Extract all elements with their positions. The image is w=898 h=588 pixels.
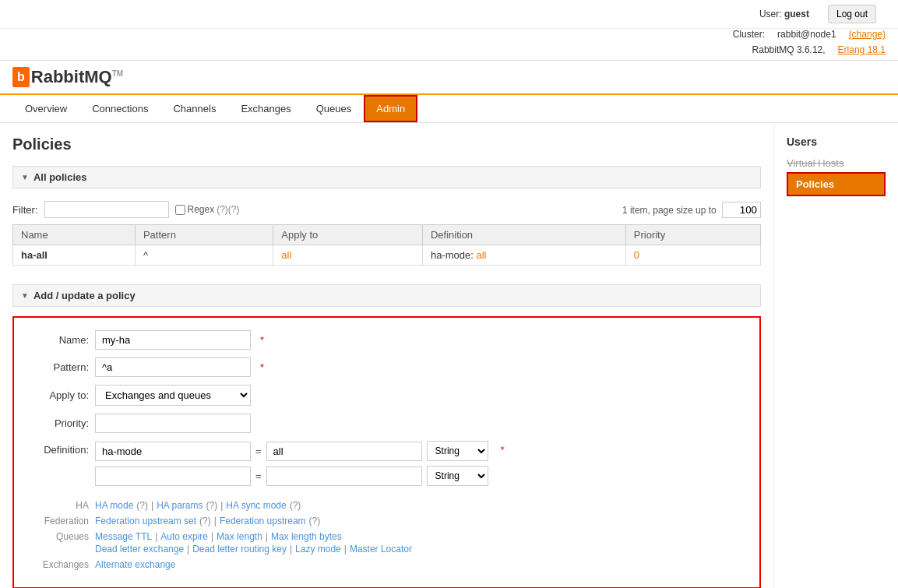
def-type-1[interactable]: String Number Boolean List [427,441,488,461]
definition-row: Definition: = String Number Boolean List [26,441,747,491]
filter-count: 1 item, page size up to [622,202,761,218]
logo: b RabbitMQTM [12,67,123,87]
all-policies-body: Filter: Regex (?)(?) 1 item, page size u… [12,188,761,272]
def-eq-2: = [255,470,262,482]
top-header-bar: User: guest Log out [0,0,898,29]
cluster-name: rabbit@node1 [777,29,836,40]
sidebar-title: Users [787,136,886,148]
ha-mode-hint: (?) [136,500,148,511]
max-length-bytes-link[interactable]: Max length bytes [271,531,342,542]
table-row: ha-all ^ all ha-mode: all 0 [13,245,761,266]
pattern-label: Pattern: [26,361,89,373]
sidebar-item-virtual-hosts[interactable]: Virtual Hosts [787,154,886,172]
add-policy-form: Name: * Pattern: * Apply to: Exchanges a… [12,316,761,588]
help-ha-row: HA HA mode (?) | HA params (?) | HA sync… [26,500,747,511]
row-pattern: ^ [135,245,273,266]
nav-exchanges[interactable]: Exchanges [228,95,303,122]
apply-to-row: Apply to: Exchanges and queues Exchanges… [26,385,747,406]
name-input[interactable] [95,330,251,350]
logo-text: RabbitMQTM [31,67,123,87]
help-ha-label: HA [26,500,89,511]
logo-tm: TM [112,69,123,78]
regex-hint: (?)(?) [217,204,239,215]
regex-checkbox[interactable] [175,205,185,215]
ha-mode-link[interactable]: HA mode [95,500,133,511]
nav-connections[interactable]: Connections [79,95,160,122]
help-federation-links: Federation upstream set (?) | Federation… [95,516,320,526]
priority-input[interactable] [95,414,251,433]
def-key-1[interactable] [95,442,251,461]
alternate-exchange-link[interactable]: Alternate exchange [95,559,175,570]
col-definition: Definition [422,225,625,245]
all-policies-title: All policies [33,171,87,183]
pattern-input[interactable] [95,357,251,377]
def-val-1[interactable] [266,442,422,461]
apply-to-link[interactable]: all [281,249,291,261]
content-area: Policies ▼ All policies Filter: Regex (?… [0,123,773,588]
cluster-change-link[interactable]: (change) [849,29,886,40]
nav-overview[interactable]: Overview [12,95,79,122]
def-val-link[interactable]: all [476,249,486,261]
priority-link[interactable]: 0 [634,249,639,261]
auto-expire-link[interactable]: Auto expire [160,531,208,542]
ha-params-link[interactable]: HA params [157,500,202,511]
master-locator-link[interactable]: Master Locator [350,544,412,555]
max-length-link[interactable]: Max length [217,531,262,542]
add-policy-header[interactable]: ▼ Add / update a policy [12,284,761,307]
help-queues-links: Message TTL | Auto expire | Max length |… [95,531,412,555]
add-policy-section: ▼ Add / update a policy Name: * Pattern:… [12,284,761,588]
filter-row: Filter: Regex (?)(?) 1 item, page size u… [12,195,761,224]
nav-admin[interactable]: Admin [364,95,417,122]
apply-to-select[interactable]: Exchanges and queues Exchanges Queues [95,385,251,406]
filter-input[interactable] [44,201,169,218]
help-queues-label: Queues [26,531,89,542]
def-row-2: = String Number Boolean List [95,466,488,486]
definition-required: * [501,441,505,456]
name-required: * [260,334,264,346]
ha-sync-mode-link[interactable]: HA sync mode [226,500,286,511]
nav-channels[interactable]: Channels [160,95,228,122]
col-pattern: Pattern [135,225,273,245]
pattern-row: Pattern: * [26,357,747,377]
logout-button[interactable]: Log out [828,5,876,23]
def-eq-1: = [255,445,262,457]
pattern-required: * [260,361,264,373]
priority-row: Priority: [26,414,747,433]
section-arrow-add: ▼ [21,291,29,300]
msg-ttl-link[interactable]: Message TTL [95,531,152,542]
all-policies-header[interactable]: ▼ All policies [12,166,761,188]
def-key-2[interactable] [95,467,251,486]
user-info: User: guest [759,9,809,19]
row-priority: 0 [625,245,760,266]
page-size-input[interactable] [722,202,761,218]
section-arrow-down: ▼ [21,173,29,181]
apply-to-label: Apply to: [26,389,89,401]
dead-letter-routing-key-link[interactable]: Dead letter routing key [192,544,287,555]
help-federation-row: Federation Federation upstream set (?) |… [26,516,747,526]
definition-fields: = String Number Boolean List = [95,441,488,491]
def-row-1: = String Number Boolean List [95,441,488,461]
dead-letter-exchange-link[interactable]: Dead letter exchange [95,544,184,555]
name-label: Name: [26,334,89,346]
main-layout: Policies ▼ All policies Filter: Regex (?… [0,123,898,588]
def-type-2[interactable]: String Number Boolean List [427,466,488,486]
col-priority: Priority [625,225,760,245]
row-name: ha-all [13,245,136,266]
user-name: guest [784,9,809,19]
help-ha-links: HA mode (?) | HA params (?) | HA sync mo… [95,500,301,511]
help-federation-label: Federation [26,516,89,526]
sidebar-item-policies[interactable]: Policies [787,172,886,196]
filter-label: Filter: [12,204,38,216]
col-apply-to: Apply to [273,225,423,245]
def-val-2[interactable] [266,467,422,486]
erlang-version-link[interactable]: Erlang 18.1 [838,44,886,55]
name-row: Name: * [26,330,747,350]
fed-upstream-set-link[interactable]: Federation upstream set [95,516,196,526]
fed-upstream-link[interactable]: Federation upstream [220,516,306,526]
lazy-mode-link[interactable]: Lazy mode [295,544,341,555]
help-exchanges-label: Exchanges [26,559,89,570]
logo-icon: b [12,67,30,87]
priority-label: Priority: [26,417,89,429]
nav-queues[interactable]: Queues [304,95,364,122]
fed-hint: (?) [309,516,321,526]
